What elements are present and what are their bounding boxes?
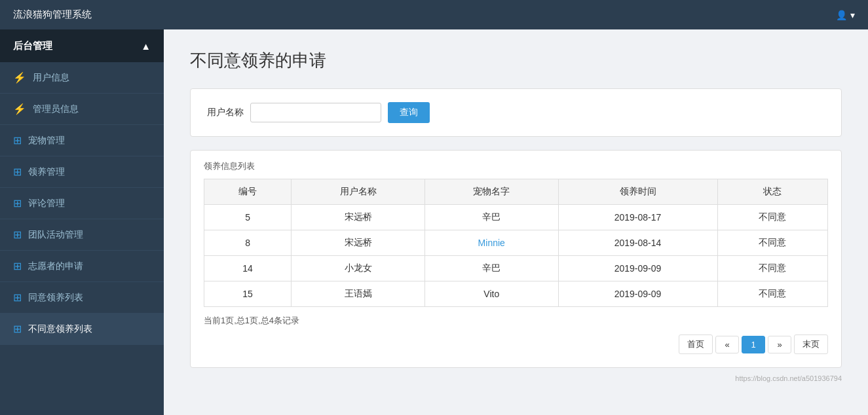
sidebar-label-disagree-adoption: 不同意领养列表 xyxy=(28,323,92,335)
sidebar-collapse-icon[interactable]: ▲ xyxy=(141,41,151,52)
sidebar-label-user-info: 用户信息 xyxy=(33,72,69,84)
adoption-table: 编号 用户名称 宠物名字 领养时间 状态 5宋远桥辛巴2019-08-17不同意… xyxy=(204,179,828,307)
sidebar-label-team-activity: 团队活动管理 xyxy=(28,229,83,241)
search-panel: 用户名称 查询 xyxy=(190,88,842,137)
cell-id: 8 xyxy=(204,230,292,256)
page-title: 不同意领养的申请 xyxy=(190,49,842,72)
col-header-id: 编号 xyxy=(204,179,292,205)
sidebar-item-user-info[interactable]: ⚡ 用户信息 xyxy=(0,62,164,94)
lightning-icon-2: ⚡ xyxy=(13,103,26,115)
cell-petname: 辛巴 xyxy=(425,205,558,230)
table-row: 15王语嫣Vito2019-09-09不同意 xyxy=(204,281,828,307)
search-label: 用户名称 xyxy=(207,107,244,118)
cell-username: 王语嫣 xyxy=(292,281,425,307)
table-row: 5宋远桥辛巴2019-08-17不同意 xyxy=(204,205,828,230)
cell-status: 不同意 xyxy=(717,281,828,307)
search-button[interactable]: 查询 xyxy=(388,102,430,123)
sidebar-label-agree-adoption: 同意领养列表 xyxy=(28,292,83,304)
cell-time: 2019-08-14 xyxy=(558,230,717,256)
cell-petname: Minnie xyxy=(425,230,558,256)
sidebar-label-volunteer-apply: 志愿者的申请 xyxy=(28,261,83,272)
sidebar-header-label: 后台管理 xyxy=(13,40,52,52)
pagination-info: 当前1页,总1页,总4条记录 xyxy=(204,315,828,327)
sidebar-label-pet-mgmt: 宠物管理 xyxy=(28,135,65,147)
page-prev-btn[interactable]: « xyxy=(715,336,739,353)
content-area: 不同意领养的申请 用户名称 查询 领养信息列表 编号 用户名称 宠物名字 领养时… xyxy=(164,29,868,415)
sidebar-item-comment-mgmt[interactable]: ⊞ 评论管理 xyxy=(0,188,164,219)
cell-id: 15 xyxy=(204,281,292,307)
grid-icon-1: ⊞ xyxy=(13,134,22,147)
cell-username: 宋远桥 xyxy=(292,230,425,256)
sidebar-item-disagree-adoption[interactable]: ⊞ 不同意领养列表 xyxy=(0,314,164,345)
col-header-username: 用户名称 xyxy=(292,179,425,205)
user-avatar-icon: 👤 xyxy=(836,10,847,20)
col-header-time: 领养时间 xyxy=(558,179,717,205)
main-layout: 后台管理 ▲ ⚡ 用户信息 ⚡ 管理员信息 ⊞ 宠物管理 ⊞ 领养管理 ⊞ 评论… xyxy=(0,29,868,415)
grid-icon-3: ⊞ xyxy=(13,197,22,209)
sidebar-item-team-activity[interactable]: ⊞ 团队活动管理 xyxy=(0,219,164,251)
grid-icon-5: ⊞ xyxy=(13,260,22,272)
sidebar-label-adoption-mgmt: 领养管理 xyxy=(28,166,65,178)
col-header-status: 状态 xyxy=(717,179,828,205)
watermark: https://blog.csdn.net/a501936794 xyxy=(190,374,842,382)
sidebar-item-adoption-mgmt[interactable]: ⊞ 领养管理 xyxy=(0,156,164,188)
search-input[interactable] xyxy=(250,103,381,122)
sidebar-item-volunteer-apply[interactable]: ⊞ 志愿者的申请 xyxy=(0,251,164,282)
pet-name-link[interactable]: Minnie xyxy=(478,238,505,248)
sidebar-item-agree-adoption[interactable]: ⊞ 同意领养列表 xyxy=(0,282,164,314)
cell-status: 不同意 xyxy=(717,205,828,230)
cell-id: 14 xyxy=(204,256,292,281)
grid-icon-2: ⊞ xyxy=(13,166,22,178)
cell-petname: 辛巴 xyxy=(425,256,558,281)
lightning-icon-1: ⚡ xyxy=(13,71,26,84)
table-row: 8宋远桥Minnie2019-08-14不同意 xyxy=(204,230,828,256)
cell-username: 宋远桥 xyxy=(292,205,425,230)
cell-time: 2019-08-17 xyxy=(558,205,717,230)
grid-icon-7: ⊞ xyxy=(13,323,22,335)
page-1-btn[interactable]: 1 xyxy=(742,336,765,353)
col-header-petname: 宠物名字 xyxy=(425,179,558,205)
cell-time: 2019-09-09 xyxy=(558,281,717,307)
table-panel: 领养信息列表 编号 用户名称 宠物名字 领养时间 状态 5宋远桥辛巴2019-0… xyxy=(190,150,842,368)
table-panel-title: 领养信息列表 xyxy=(204,160,828,172)
sidebar-item-admin-info[interactable]: ⚡ 管理员信息 xyxy=(0,94,164,125)
cell-username: 小龙女 xyxy=(292,256,425,281)
page-first-btn[interactable]: 首页 xyxy=(679,334,713,354)
table-row: 14小龙女辛巴2019-09-09不同意 xyxy=(204,256,828,281)
cell-status: 不同意 xyxy=(717,256,828,281)
sidebar: 后台管理 ▲ ⚡ 用户信息 ⚡ 管理员信息 ⊞ 宠物管理 ⊞ 领养管理 ⊞ 评论… xyxy=(0,29,164,415)
cell-time: 2019-09-09 xyxy=(558,256,717,281)
cell-petname: Vito xyxy=(425,281,558,307)
cell-id: 5 xyxy=(204,205,292,230)
sidebar-label-admin-info: 管理员信息 xyxy=(33,103,79,115)
page-next-btn[interactable]: » xyxy=(768,336,791,353)
user-menu[interactable]: 👤 ▾ xyxy=(836,10,855,20)
cell-status: 不同意 xyxy=(717,230,828,256)
app-title: 流浪猫狗管理系统 xyxy=(13,9,92,21)
sidebar-label-comment-mgmt: 评论管理 xyxy=(28,198,65,209)
page-last-btn[interactable]: 末页 xyxy=(794,334,828,354)
grid-icon-4: ⊞ xyxy=(13,228,22,241)
pagination-controls: 首页 « 1 » 末页 xyxy=(204,334,828,354)
grid-icon-6: ⊞ xyxy=(13,291,22,304)
top-navbar: 流浪猫狗管理系统 👤 ▾ xyxy=(0,0,868,29)
sidebar-item-pet-mgmt[interactable]: ⊞ 宠物管理 xyxy=(0,125,164,156)
sidebar-header: 后台管理 ▲ xyxy=(0,29,164,62)
user-dropdown-icon: ▾ xyxy=(850,10,855,20)
